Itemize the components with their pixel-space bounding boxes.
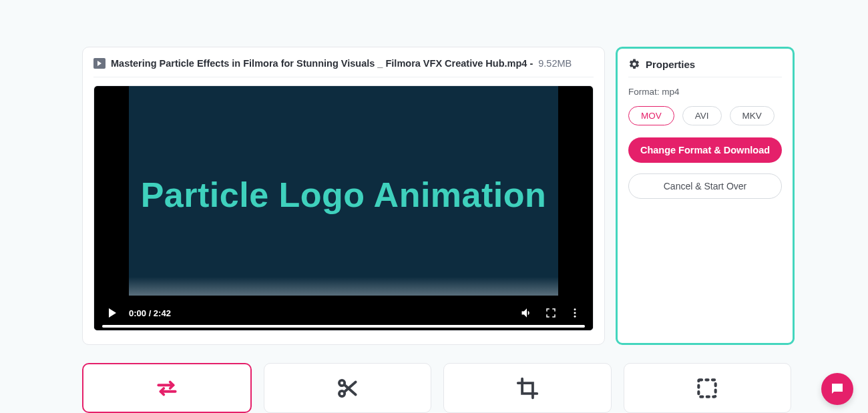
file-name: Mastering Particle Effects in Filmora fo… — [111, 58, 533, 69]
volume-button[interactable] — [519, 306, 534, 320]
tool-select[interactable] — [624, 363, 792, 413]
video-file-icon — [93, 58, 105, 69]
progress-bar[interactable] — [102, 325, 585, 328]
fullscreen-button[interactable] — [544, 306, 558, 320]
svg-rect-5 — [699, 380, 716, 396]
video-player[interactable]: Particle Logo Animation 0:00 / 2:42 — [93, 85, 594, 331]
format-option-mkv[interactable]: MKV — [730, 106, 775, 125]
cancel-button[interactable]: Cancel & Start Over — [628, 173, 782, 199]
format-option-mov[interactable]: MOV — [628, 106, 674, 125]
gear-icon — [628, 58, 640, 70]
svg-point-0 — [574, 308, 576, 310]
format-option-avi[interactable]: AVI — [682, 106, 722, 125]
play-button[interactable] — [105, 306, 120, 320]
properties-title: Properties — [646, 59, 695, 70]
tool-cut[interactable] — [264, 363, 432, 413]
svg-point-2 — [574, 316, 576, 318]
video-card: Mastering Particle Effects in Filmora fo… — [82, 47, 605, 345]
video-headline: Particle Logo Animation — [141, 175, 547, 215]
change-format-button[interactable]: Change Format & Download — [628, 137, 782, 163]
tool-row — [82, 363, 791, 413]
format-label: Format: mp4 — [628, 87, 782, 97]
file-info-row: Mastering Particle Effects in Filmora fo… — [93, 58, 594, 77]
svg-point-1 — [574, 312, 576, 314]
video-frame: Particle Logo Animation — [129, 86, 558, 304]
tool-crop[interactable] — [443, 363, 612, 413]
chat-button[interactable] — [821, 373, 853, 405]
file-size: 9.52MB — [538, 58, 572, 69]
properties-panel: Properties Format: mp4 MOV AVI MKV Chang… — [616, 47, 795, 345]
tool-convert[interactable] — [82, 363, 252, 413]
video-time: 0:00 / 2:42 — [129, 308, 171, 318]
more-button[interactable] — [568, 306, 582, 320]
